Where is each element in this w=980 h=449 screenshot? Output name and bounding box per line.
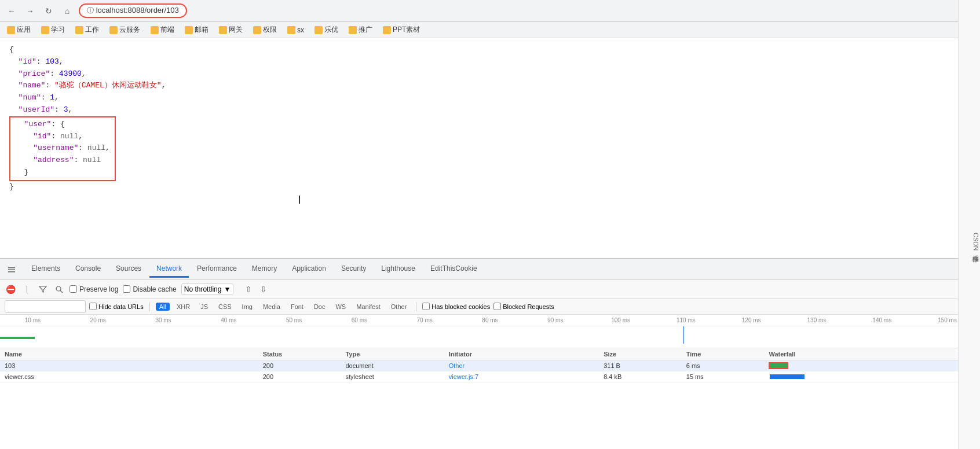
tab-console[interactable]: Console: [68, 261, 108, 278]
bookmark-email[interactable]: 邮箱: [182, 24, 211, 36]
bookmark-gateway[interactable]: 网关: [217, 24, 245, 36]
td-size: 311 B: [604, 362, 686, 369]
bookmark-apply[interactable]: 应用: [5, 24, 33, 36]
hide-data-urls-checkbox[interactable]: [89, 303, 97, 310]
td-initiator[interactable]: viewer.js:7: [449, 373, 604, 380]
table-header: Name Status Type Initiator Size Time Wat…: [0, 348, 980, 360]
filter-doc[interactable]: Doc: [310, 303, 329, 311]
td-waterfall: [769, 373, 975, 380]
bookmark-frontend[interactable]: 前端: [148, 24, 177, 36]
timeline-green-bar: [0, 337, 35, 339]
network-timeline: 10 ms 20 ms 30 ms 40 ms 50 ms 60 ms 70 m…: [0, 315, 980, 348]
back-button[interactable]: ←: [5, 4, 19, 18]
tab-performance[interactable]: Performance: [190, 261, 244, 278]
throttle-dropdown[interactable]: No throttling ▼: [181, 284, 234, 295]
timeline-label: 20 ms: [65, 317, 131, 323]
bookmark-study[interactable]: 学习: [39, 24, 67, 36]
filter-all[interactable]: All: [156, 303, 170, 311]
bookmark-label: 网关: [229, 25, 243, 35]
filter-img[interactable]: Img: [239, 303, 256, 311]
text-cursor: [299, 196, 300, 204]
td-name: viewer.css: [5, 373, 263, 380]
has-blocked-cookies-label[interactable]: Has blocked cookies: [422, 303, 490, 310]
address-bar[interactable]: ⓘ localhost:8088/order/103: [79, 3, 187, 18]
th-status: Status: [263, 351, 346, 358]
tab-lighthouse[interactable]: Lighthouse: [374, 261, 422, 278]
bookmark-label: 前端: [160, 25, 174, 35]
filter-js[interactable]: JS: [197, 303, 211, 311]
tab-security[interactable]: Security: [334, 261, 373, 278]
filter-input[interactable]: [5, 300, 86, 313]
filter-xhr[interactable]: XHR: [173, 303, 193, 311]
timeline-label: 70 ms: [392, 317, 458, 323]
home-button[interactable]: ⌂: [60, 4, 74, 18]
clear-button[interactable]: ⎱: [21, 284, 32, 295]
filter-ws[interactable]: WS: [332, 303, 349, 311]
reload-button[interactable]: ↻: [42, 4, 56, 18]
csdn-side-panel[interactable]: CSDN程序猿: [958, 0, 980, 449]
svg-rect-0: [8, 267, 15, 268]
bookmark-folder-icon: [109, 26, 118, 34]
preserve-log-label[interactable]: Preserve log: [70, 285, 118, 293]
forward-button[interactable]: →: [23, 4, 37, 18]
download-icon[interactable]: ⇩: [258, 284, 269, 295]
json-line: "id": null,: [15, 131, 110, 143]
th-time: Time: [686, 351, 769, 358]
table-row[interactable]: viewer.css 200 stylesheet viewer.js:7 8.…: [0, 371, 980, 382]
tab-application[interactable]: Application: [285, 261, 333, 278]
timeline-label: 120 ms: [719, 317, 784, 323]
upload-icon[interactable]: ⇧: [243, 284, 254, 295]
filter-media[interactable]: Media: [259, 303, 284, 311]
bookmark-permissions[interactable]: 权限: [251, 24, 279, 36]
has-blocked-cookies-checkbox[interactable]: [422, 303, 430, 310]
chevron-down-icon: ▼: [224, 285, 231, 293]
bookmark-label: 应用: [17, 25, 31, 35]
json-line: {: [9, 44, 971, 56]
disable-cache-checkbox[interactable]: [123, 285, 130, 293]
blocked-requests-checkbox[interactable]: [493, 303, 501, 310]
bookmark-ppt[interactable]: PPT素材: [381, 24, 422, 36]
td-name: 103: [5, 362, 263, 369]
svg-rect-1: [8, 269, 15, 270]
timeline-label: 130 ms: [784, 317, 850, 323]
network-toolbar: ⛔ ⎱ Preserve log Disable cache No thrott…: [0, 280, 980, 299]
bookmark-label: 推广: [359, 25, 372, 35]
td-type: document: [345, 362, 448, 369]
json-line: "id": 103,: [9, 56, 971, 68]
record-stop-button[interactable]: ⛔: [5, 284, 16, 295]
json-line: "name": "骆驼（CAMEL）休闲运动鞋女",: [9, 80, 971, 92]
timeline-label: 90 ms: [522, 317, 588, 323]
json-line: "num": 1,: [9, 92, 971, 104]
sidebar-toggle[interactable]: [5, 263, 19, 277]
hide-data-urls-label[interactable]: Hide data URLs: [89, 303, 144, 310]
timeline-label: 10 ms: [0, 317, 65, 323]
filter-css[interactable]: CSS: [215, 303, 235, 311]
tab-editthiscookie[interactable]: EditThisCookie: [423, 261, 484, 278]
timeline-label: 50 ms: [261, 317, 327, 323]
bookmark-leyou[interactable]: 乐优: [312, 24, 341, 36]
td-time: 15 ms: [686, 373, 769, 380]
blocked-requests-label[interactable]: Blocked Requests: [493, 303, 554, 310]
filter-other[interactable]: Other: [387, 303, 411, 311]
filter-button[interactable]: [37, 284, 49, 295]
tab-elements[interactable]: Elements: [24, 261, 67, 278]
tab-memory[interactable]: Memory: [245, 261, 284, 278]
filter-manifest[interactable]: Manifest: [353, 303, 384, 311]
bookmark-label: 乐优: [324, 25, 338, 35]
bookmark-cloud[interactable]: 云服务: [107, 24, 142, 36]
table-row[interactable]: 103 200 document Other 311 B 6 ms: [0, 360, 980, 371]
url-text[interactable]: localhost:8088/order/103: [96, 6, 179, 14]
bookmark-sx[interactable]: sx: [285, 25, 306, 35]
disable-cache-label[interactable]: Disable cache: [123, 285, 176, 293]
td-size: 8.4 kB: [604, 373, 686, 380]
filter-font[interactable]: Font: [287, 303, 307, 311]
blocked-requests-text: Blocked Requests: [503, 303, 554, 310]
tab-sources[interactable]: Sources: [109, 261, 148, 278]
bookmark-promotion[interactable]: 推广: [346, 24, 375, 36]
tab-network[interactable]: Network: [149, 261, 189, 278]
timeline-label: 80 ms: [458, 317, 523, 323]
bookmark-work[interactable]: 工作: [73, 24, 101, 36]
search-button[interactable]: [53, 284, 65, 295]
preserve-log-checkbox[interactable]: [70, 285, 77, 293]
td-type: stylesheet: [345, 373, 448, 380]
